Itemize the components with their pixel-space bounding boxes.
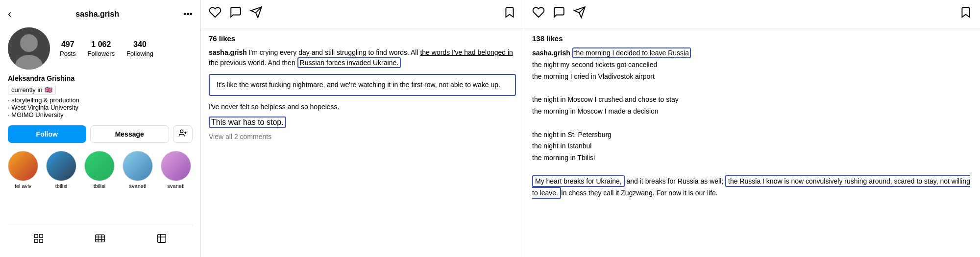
highlight-tbilisi-2[interactable]: tbilisi: [84, 151, 115, 189]
post-username: sasha.grish: [209, 48, 247, 56]
profile-nav: [8, 225, 193, 249]
profile-header: ‹ sasha.grish •••: [8, 8, 193, 21]
post-text-highlight: Russian forces invaded Ukraine.: [297, 57, 401, 68]
right-line-2: the morning I cried in Vladivostok airpo…: [532, 72, 655, 80]
right-line-7: the night in St. Petersburg: [532, 131, 612, 139]
right-line-9: the morning in Tbilisi: [532, 154, 595, 162]
right-bookmark-icon[interactable]: [959, 6, 972, 22]
nightmare-text: It's like the worst fucking nightmare, a…: [217, 81, 500, 89]
highlight-circle: [84, 151, 115, 181]
heart-breaks-ukraine: My heart breaks for Ukraine,: [532, 175, 625, 187]
highlight-circle: [8, 151, 38, 181]
war-stop-container: This war has to stop.: [209, 118, 516, 127]
following-stat: 340 Following: [126, 40, 153, 57]
right-comment-icon[interactable]: [553, 6, 565, 22]
svg-rect-10: [96, 235, 104, 242]
message-button[interactable]: Message: [90, 125, 170, 143]
right-post-username: sasha.grish: [532, 49, 570, 57]
bio-line-3: · MGIMO University: [8, 111, 193, 118]
reels-icon[interactable]: [92, 230, 108, 249]
helpless-text: I've never felt so helpless and so hopel…: [209, 102, 516, 112]
highlight-label: tbilisi: [55, 183, 67, 189]
chess-text: In chess they call it Zugzwang. For now …: [561, 189, 718, 197]
post-text-underline: the words I've had belonged in: [420, 48, 513, 56]
avatar: [8, 27, 50, 70]
comment-icon[interactable]: [229, 6, 242, 22]
post-text-mid: the previous world. And then: [209, 59, 297, 67]
highlight-circle: [122, 151, 153, 181]
grid-view-icon[interactable]: [30, 230, 47, 249]
svg-rect-11: [158, 234, 166, 243]
svg-rect-6: [35, 234, 38, 237]
profile-username: sasha.grish: [75, 10, 119, 19]
highlight-tbilisi-1[interactable]: tbilisi: [46, 151, 76, 189]
svg-rect-9: [40, 239, 43, 242]
location-label: currently in: [11, 86, 43, 93]
back-button[interactable]: ‹: [8, 8, 11, 21]
svg-rect-8: [35, 239, 38, 242]
follow-button[interactable]: Follow: [8, 125, 86, 143]
right-actions-bar: [524, 0, 980, 28]
right-line-4: the night in Moscow I crushed and chose …: [532, 95, 679, 103]
location-flag: 🇬🇧: [45, 86, 52, 93]
posts-stat: 497 Posts: [60, 40, 76, 57]
highlight-circle: [161, 151, 191, 181]
right-post-panel: 138 likes sasha.grish the morning I deci…: [524, 0, 980, 257]
highlight-label: svaneti: [129, 183, 147, 189]
stats-section: 497 Posts 1 062 Followers 340 Following: [60, 40, 153, 57]
middle-post-panel: 76 likes sasha.grish I'm crying every da…: [201, 0, 524, 257]
svg-rect-7: [40, 234, 43, 237]
svg-point-1: [20, 34, 38, 52]
followers-stat: 1 062 Followers: [88, 40, 115, 57]
profile-info: 497 Posts 1 062 Followers 340 Following: [8, 27, 193, 70]
profile-panel: ‹ sasha.grish ••• 497 Posts 1 062 Follow…: [0, 0, 201, 257]
svg-point-3: [180, 130, 183, 133]
bookmark-icon[interactable]: [503, 6, 516, 22]
more-options-button[interactable]: •••: [183, 9, 193, 20]
right-line-8: the night in Istanbul: [532, 142, 591, 150]
story-highlights: tel aviv tbilisi tbilisi svaneti svaneti: [8, 151, 193, 189]
decided-to-leave-highlight: the morning I decided to leave Russia: [572, 47, 691, 58]
after-ukraine: and it breaks for Russia as well;: [625, 177, 724, 185]
right-likes-count: 138 likes: [532, 34, 972, 43]
full-name: Aleksandra Grishina: [8, 74, 193, 82]
followers-label: Followers: [88, 50, 115, 57]
right-line-1: the night my second tickets got cancelle…: [532, 61, 657, 69]
right-line-5: the morning in Moscow I made a decision: [532, 107, 659, 115]
post-text: sasha.grish I'm crying every day and sti…: [209, 47, 516, 68]
send-icon[interactable]: [250, 6, 263, 22]
post-text-pre: I'm crying every day and still strugglin…: [249, 48, 420, 56]
post-actions-left: [209, 6, 263, 22]
highlight-circle: [46, 151, 76, 181]
highlight-label: tbilisi: [94, 183, 105, 189]
view-comments[interactable]: View all 2 comments: [209, 133, 516, 140]
right-heart-icon[interactable]: [532, 6, 545, 22]
highlight-tel-aviv[interactable]: tel aviv: [8, 151, 38, 189]
right-post-text: sasha.grish the morning I decided to lea…: [532, 47, 972, 199]
posts-label: Posts: [60, 50, 76, 57]
profile-bio: Aleksandra Grishina currently in 🇬🇧 · st…: [8, 74, 193, 118]
highlight-svaneti-1[interactable]: svaneti: [122, 151, 153, 189]
likes-count: 76 likes: [209, 34, 516, 43]
right-send-icon[interactable]: [573, 6, 586, 22]
middle-post-content: 76 likes sasha.grish I'm crying every da…: [201, 28, 524, 257]
following-label: Following: [126, 50, 153, 57]
highlight-label: tel aviv: [15, 183, 31, 189]
nightmare-paragraph: It's like the worst fucking nightmare, a…: [209, 74, 516, 96]
add-person-button[interactable]: [173, 125, 193, 143]
right-post-actions-left: [532, 6, 586, 22]
war-stop-text: This war has to stop.: [209, 117, 286, 128]
posts-count: 497: [61, 40, 74, 49]
following-count: 340: [133, 40, 147, 49]
location-badge: currently in 🇬🇧: [8, 85, 56, 95]
bio-line-2: · West Virginia University: [8, 104, 193, 111]
followers-count: 1 062: [91, 40, 111, 49]
tagged-icon[interactable]: [153, 230, 170, 249]
action-buttons: Follow Message: [8, 125, 193, 143]
highlight-svaneti-2[interactable]: svaneti: [161, 151, 191, 189]
heart-icon[interactable]: [209, 6, 221, 22]
bio-line-1: · storytelling & production: [8, 96, 193, 104]
middle-actions-bar: [201, 0, 524, 28]
highlight-label: svaneti: [168, 183, 185, 189]
right-post-content: 138 likes sasha.grish the morning I deci…: [524, 28, 980, 257]
